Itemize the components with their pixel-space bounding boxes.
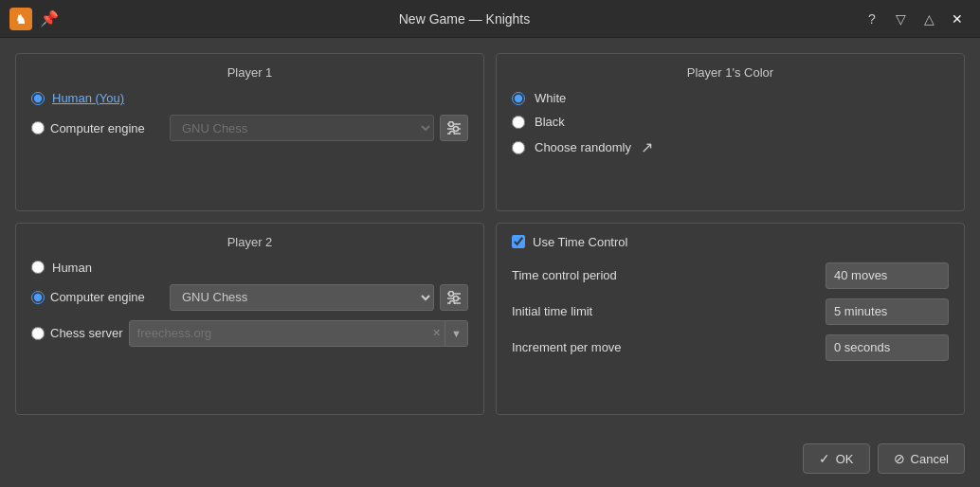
player1-computer-label[interactable]: Computer engine xyxy=(50,121,164,135)
pin-icon[interactable]: 📌 xyxy=(40,9,59,27)
ok-button[interactable]: ✓ OK xyxy=(803,443,870,474)
cursor-icon: ↗ xyxy=(641,138,653,156)
initial-time-limit-label: Initial time limit xyxy=(512,304,818,318)
increment-per-move-spinbox: ▲ ▼ xyxy=(826,334,949,361)
svg-point-5 xyxy=(454,127,459,132)
time-header: Use Time Control xyxy=(512,235,949,249)
player2-server-row: Chess server ✕ ▼ xyxy=(31,320,468,347)
svg-point-13 xyxy=(450,300,455,304)
restore-button[interactable]: △ xyxy=(916,6,942,32)
player2-title: Player 2 xyxy=(31,235,468,249)
window-title: New Game — Knights xyxy=(70,11,859,27)
cancel-label: Cancel xyxy=(911,452,949,466)
footer: ✓ OK ⊘ Cancel xyxy=(0,430,980,487)
player2-server-radio[interactable] xyxy=(31,327,45,340)
player1-human-label[interactable]: Human (You) xyxy=(52,91,124,105)
color-white-row: White xyxy=(512,91,949,105)
increment-per-move-label: Increment per move xyxy=(512,340,818,354)
ok-label: OK xyxy=(836,452,854,466)
titlebar: ♞ 📌 New Game — Knights ? ▽ △ ✕ xyxy=(0,0,980,38)
increment-per-move-input[interactable] xyxy=(826,340,980,354)
initial-time-limit-input[interactable] xyxy=(826,304,980,318)
player1-settings-button[interactable] xyxy=(440,115,468,141)
color-random-row: Choose randomly ↗ xyxy=(512,138,949,156)
player1-computer-radio[interactable] xyxy=(31,121,45,135)
app-icon: ♞ xyxy=(9,8,32,30)
player1-title: Player 1 xyxy=(31,65,468,80)
window-controls: ? ▽ △ ✕ xyxy=(859,6,971,32)
cancel-icon: ⊘ xyxy=(894,451,905,466)
color-black-label[interactable]: Black xyxy=(535,115,565,129)
initial-time-limit-spinbox: ▲ ▼ xyxy=(826,298,949,325)
svg-point-7 xyxy=(450,132,455,135)
server-input[interactable] xyxy=(130,326,429,340)
svg-point-9 xyxy=(449,291,454,296)
server-input-wrap: ✕ ▼ xyxy=(129,320,468,347)
time-control-period-input[interactable] xyxy=(826,268,980,282)
sliders-icon-p2 xyxy=(446,291,462,304)
player2-engine-row: Computer engine GNU Chess xyxy=(31,284,468,311)
cancel-button[interactable]: ⊘ Cancel xyxy=(878,443,965,474)
player1-panel: Player 1 Human (You) Computer engine GNU… xyxy=(15,53,484,211)
player1-engine-select[interactable]: GNU Chess xyxy=(170,115,434,141)
svg-point-11 xyxy=(454,296,459,300)
color-random-label[interactable]: Choose randomly xyxy=(535,140,631,154)
color-white-radio[interactable] xyxy=(512,92,525,105)
color-panel-title: Player 1's Color xyxy=(512,65,949,80)
color-black-row: Black xyxy=(512,115,949,129)
help-button[interactable]: ? xyxy=(859,6,885,32)
player2-computer-label[interactable]: Computer engine xyxy=(50,290,164,304)
player1-human-row: Human (You) xyxy=(31,91,468,105)
time-control-period-label: Time control period xyxy=(512,268,818,282)
color-black-radio[interactable] xyxy=(512,116,525,129)
color-panel: Player 1's Color White Black Choose rand… xyxy=(496,53,965,211)
use-time-control-checkbox[interactable] xyxy=(512,235,525,248)
minimize-button[interactable]: ▽ xyxy=(887,6,914,32)
initial-time-limit-row: Initial time limit ▲ ▼ xyxy=(512,298,949,325)
player2-human-row: Human xyxy=(31,261,468,275)
player2-human-radio[interactable] xyxy=(31,261,45,274)
player2-engine-select[interactable]: GNU Chess xyxy=(170,284,434,311)
player1-human-radio[interactable] xyxy=(31,92,45,105)
sliders-icon xyxy=(446,121,462,135)
use-time-control-label[interactable]: Use Time Control xyxy=(533,235,627,249)
player2-settings-button[interactable] xyxy=(440,284,468,311)
color-white-label[interactable]: White xyxy=(535,91,566,105)
color-random-radio[interactable] xyxy=(512,141,525,154)
player2-server-label[interactable]: Chess server xyxy=(50,326,123,340)
close-button[interactable]: ✕ xyxy=(944,6,971,32)
time-panel: Use Time Control Time control period ▲ ▼… xyxy=(496,223,965,416)
main-content: Player 1 Human (You) Computer engine GNU… xyxy=(0,38,980,430)
server-dropdown-button[interactable]: ▼ xyxy=(445,321,467,346)
player1-engine-row: Computer engine GNU Chess xyxy=(31,115,468,141)
ok-icon: ✓ xyxy=(819,451,830,466)
player2-human-label[interactable]: Human xyxy=(52,261,92,275)
time-control-period-spinbox: ▲ ▼ xyxy=(826,262,949,289)
player2-computer-radio[interactable] xyxy=(31,291,45,304)
player2-panel: Player 2 Human Computer engine GNU Chess xyxy=(15,223,484,416)
time-control-period-row: Time control period ▲ ▼ xyxy=(512,262,949,289)
server-clear-button[interactable]: ✕ xyxy=(428,327,445,339)
svg-text:♞: ♞ xyxy=(15,12,27,27)
increment-per-move-row: Increment per move ▲ ▼ xyxy=(512,334,949,361)
svg-point-3 xyxy=(449,122,454,127)
